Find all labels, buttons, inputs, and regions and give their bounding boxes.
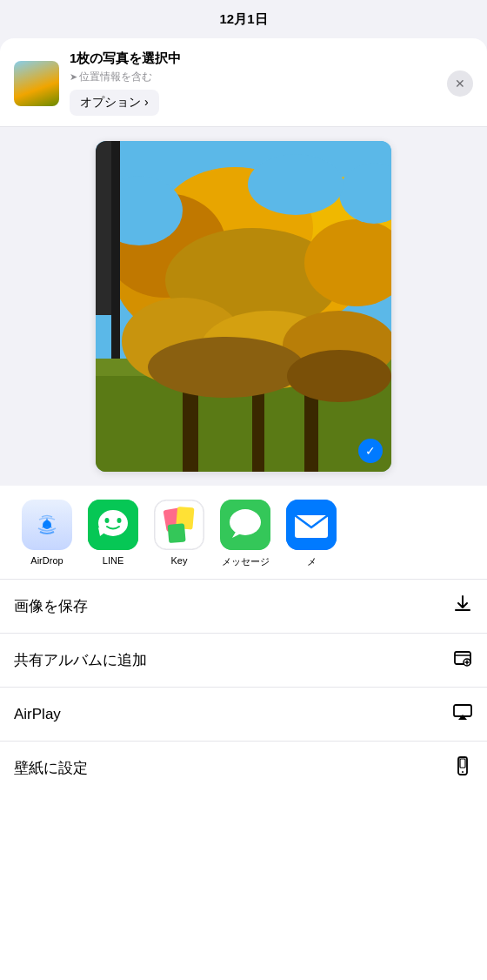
- status-date: 12月1日: [219, 11, 267, 28]
- app-item-mail[interactable]: メ: [278, 500, 344, 568]
- preview-section: ✓: [0, 127, 487, 486]
- svg-point-28: [105, 518, 110, 523]
- thumbnail-image: [14, 61, 59, 106]
- mail-svg: [286, 500, 337, 550]
- close-icon: ✕: [455, 77, 465, 91]
- save-icon-svg: [452, 594, 473, 614]
- svg-point-23: [287, 350, 391, 402]
- options-button[interactable]: オプション ›: [70, 90, 159, 116]
- preview-image-svg: [96, 141, 391, 472]
- svg-rect-41: [455, 609, 470, 611]
- key-svg: [155, 500, 203, 550]
- share-location-text: 位置情報を含む: [79, 70, 152, 84]
- mail-icon: [286, 500, 337, 550]
- airdrop-label: AirDrop: [30, 555, 63, 566]
- app-item-airdrop[interactable]: AirDrop: [14, 500, 80, 568]
- action-save-image[interactable]: 画像を保存: [0, 580, 487, 634]
- share-header-info: 1枚の写真を選択中 ➤ 位置情報を含む オプション ›: [70, 50, 447, 116]
- line-icon: [88, 500, 138, 550]
- svg-point-47: [462, 771, 464, 773]
- share-title: 1枚の写真を選択中: [70, 50, 447, 67]
- shared-album-icon-svg: [452, 648, 473, 668]
- svg-rect-46: [460, 759, 465, 768]
- app-item-messages[interactable]: メッセージ: [212, 500, 278, 568]
- action-add-shared-album[interactable]: 共有アルバムに追加: [0, 634, 487, 688]
- share-sheet: 1枚の写真を選択中 ➤ 位置情報を含む オプション › ✕: [0, 38, 487, 980]
- airplay-label: AirPlay: [14, 706, 61, 723]
- status-bar: 12月1日: [0, 0, 487, 38]
- close-button[interactable]: ✕: [447, 70, 473, 97]
- preview-image-wrap: ✓: [96, 141, 391, 472]
- actions-section: 画像を保存 共有アルバムに追加 AirPlay: [0, 580, 487, 795]
- wallpaper-icon-svg: [452, 755, 473, 776]
- checkmark-badge: ✓: [358, 439, 383, 463]
- share-header: 1枚の写真を選択中 ➤ 位置情報を含む オプション › ✕: [0, 38, 487, 127]
- line-label: LINE: [103, 555, 123, 566]
- share-location-row: ➤ 位置情報を含む: [70, 70, 447, 84]
- save-image-label: 画像を保存: [14, 596, 88, 616]
- location-icon: ➤: [70, 71, 77, 83]
- svg-point-29: [117, 518, 122, 523]
- line-svg: [88, 500, 138, 550]
- set-wallpaper-label: 壁紙に設定: [14, 758, 88, 778]
- airplay-icon-svg: [452, 701, 473, 722]
- airdrop-svg: [33, 511, 61, 539]
- apps-section: AirDrop LINE: [0, 486, 487, 580]
- add-shared-album-label: 共有アルバムに追加: [14, 650, 147, 670]
- svg-point-22: [148, 337, 304, 398]
- mail-label: メ: [307, 555, 317, 568]
- options-label: オプション ›: [80, 95, 149, 111]
- airplay-icon: [452, 701, 473, 727]
- airdrop-icon: [22, 500, 72, 550]
- app-item-key[interactable]: Key: [146, 500, 212, 568]
- messages-icon: [220, 500, 270, 550]
- save-image-icon: [452, 594, 473, 619]
- apps-row: AirDrop LINE: [0, 500, 487, 568]
- svg-point-36: [230, 509, 261, 535]
- action-airplay[interactable]: AirPlay: [0, 688, 487, 742]
- svg-point-11: [248, 154, 344, 215]
- messages-label: メッセージ: [222, 555, 270, 568]
- messages-svg: [220, 500, 270, 550]
- add-shared-album-icon: [452, 648, 473, 673]
- action-set-wallpaper[interactable]: 壁紙に設定: [0, 742, 487, 795]
- svg-rect-34: [168, 523, 186, 543]
- share-thumbnail: [14, 61, 59, 106]
- app-item-line[interactable]: LINE: [80, 500, 146, 568]
- key-label: Key: [171, 555, 188, 566]
- set-wallpaper-icon: [452, 755, 473, 781]
- key-icon: [154, 500, 204, 550]
